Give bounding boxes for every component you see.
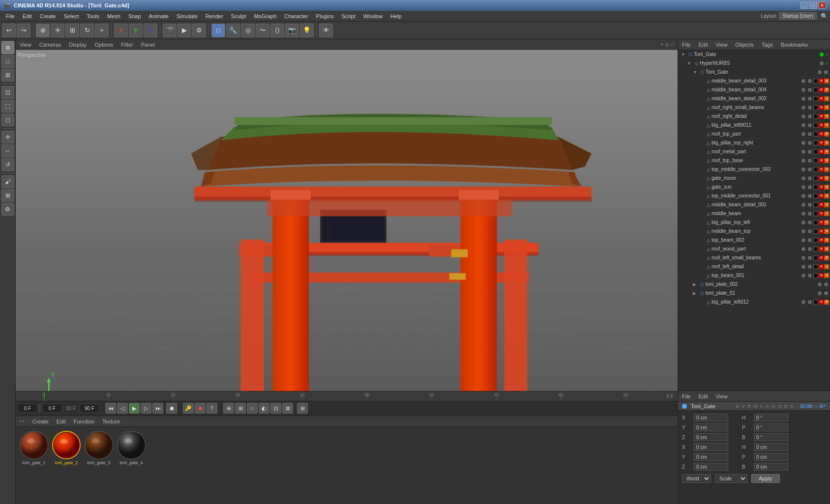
material-sphere-3[interactable] xyxy=(85,431,113,459)
motion-btn-5[interactable]: ⊡ xyxy=(270,403,281,414)
menu-create[interactable]: Create xyxy=(36,12,60,20)
dot[interactable] xyxy=(801,132,805,136)
dot[interactable] xyxy=(801,88,805,92)
select-tool[interactable]: ⊕ xyxy=(36,24,50,37)
cross-icon-2[interactable]: ✕ xyxy=(824,247,829,252)
mat-menu-create[interactable]: Create xyxy=(32,419,49,424)
prev-frame-button[interactable]: ◁ xyxy=(117,403,128,414)
mat-menu-edit[interactable]: Edit xyxy=(57,419,66,424)
cross-icon-2[interactable]: ✕ xyxy=(824,132,829,137)
menu-tools[interactable]: Tools xyxy=(83,12,103,20)
am-y-coord2[interactable] xyxy=(694,453,728,461)
goto-start-button[interactable]: ⏮ xyxy=(105,403,116,414)
om-arrow[interactable]: ▼ xyxy=(687,61,693,66)
om-row-big-pillar-left0011[interactable]: △ big_pillar_left0011 ✕ ✕ xyxy=(678,121,830,130)
dot[interactable] xyxy=(818,291,822,295)
om-row-torii-gate-root[interactable]: ▼ ⬡ Torii_Gate ✓ xyxy=(678,50,830,59)
key-button[interactable]: 🔑 xyxy=(183,403,194,414)
mat-menu-function[interactable]: Function xyxy=(74,419,94,424)
dot2[interactable] xyxy=(808,229,812,233)
render-region[interactable]: 🎬 xyxy=(163,24,177,37)
dot[interactable] xyxy=(801,159,805,163)
viewport-menu-options[interactable]: Options xyxy=(94,42,113,48)
dot[interactable] xyxy=(801,150,805,154)
cross-icon[interactable]: ✕ xyxy=(819,220,824,225)
dot[interactable] xyxy=(801,229,805,233)
dot2[interactable] xyxy=(808,194,812,198)
x-axis[interactable]: X xyxy=(114,24,128,37)
dot2[interactable] xyxy=(808,132,812,136)
play-button[interactable]: ▶ xyxy=(129,403,140,414)
dot[interactable] xyxy=(801,238,805,242)
menu-file[interactable]: File xyxy=(2,12,19,20)
dot[interactable] xyxy=(801,141,805,145)
cross-icon-2[interactable]: ✕ xyxy=(824,149,829,154)
cross-icon[interactable]: ✕ xyxy=(819,238,824,243)
cross-icon[interactable]: ✕ xyxy=(819,176,824,181)
dot[interactable] xyxy=(801,274,805,278)
menu-snap[interactable]: Snap xyxy=(124,12,145,20)
cross-icon-2[interactable]: ✕ xyxy=(824,158,829,163)
vr-tool[interactable]: 👁 xyxy=(319,24,333,37)
material-item-2[interactable]: torii_gate_2 xyxy=(52,431,81,500)
menu-character[interactable]: Character xyxy=(280,12,312,20)
cross-icon[interactable]: ✕ xyxy=(819,167,824,172)
cross-icon-2[interactable]: ✕ xyxy=(824,123,829,128)
am-icons-tools[interactable]: ⊞⊡⊠↕↔⊞× xyxy=(800,403,826,409)
spline-tool[interactable]: 〜 xyxy=(256,24,269,37)
rotate-tool[interactable]: ↻ xyxy=(80,24,94,37)
menu-mesh[interactable]: Mesh xyxy=(103,12,124,20)
am-z-coord2[interactable] xyxy=(694,463,728,471)
search-icon[interactable]: 🔍 xyxy=(821,13,828,20)
dot2[interactable] xyxy=(808,123,812,127)
cross-icon[interactable]: ✕ xyxy=(819,194,824,198)
cross-icon[interactable]: ✕ xyxy=(819,140,824,145)
cross-icon-2[interactable]: ✕ xyxy=(824,105,829,110)
cross-icon-2[interactable]: ✕ xyxy=(824,211,829,216)
camera-tool[interactable]: 📷 xyxy=(285,24,299,37)
motion-btn-3[interactable]: ○ xyxy=(247,403,258,414)
maximize-button[interactable]: □ xyxy=(809,2,817,9)
viewport[interactable]: Perspective xyxy=(16,50,678,391)
frame-input[interactable] xyxy=(18,404,37,413)
cross-icon-2[interactable]: ✕ xyxy=(824,255,829,260)
om-row-torii-plate-002[interactable]: ▶ ⬡ torii_plate_002 xyxy=(678,280,830,289)
cross-icon-2[interactable]: ✕ xyxy=(824,114,829,119)
y-axis[interactable]: Y xyxy=(129,24,143,37)
cross-icon[interactable]: ✕ xyxy=(819,264,824,269)
om-arrow[interactable]: ▶ xyxy=(693,291,699,296)
viewport-menu-cameras[interactable]: Cameras xyxy=(39,42,61,48)
material-sphere-2[interactable] xyxy=(52,431,81,459)
dot2[interactable] xyxy=(808,212,812,216)
dot2[interactable] xyxy=(808,97,812,101)
am-z-size[interactable] xyxy=(754,433,788,441)
cube-tool[interactable]: □ xyxy=(211,24,225,37)
dot[interactable] xyxy=(818,282,822,286)
render-view[interactable]: ▶ xyxy=(178,24,191,37)
cross-icon[interactable]: ✕ xyxy=(819,211,824,216)
om-row-big-pillar-top-right[interactable]: △ big_pillar_top_right ✕ ✕ xyxy=(678,139,830,147)
frame-current[interactable] xyxy=(42,404,62,413)
dot2[interactable] xyxy=(808,203,812,207)
om-row-gate-moon[interactable]: △ gate_moon ✕ ✕ xyxy=(678,174,830,183)
am-x-coord2[interactable] xyxy=(694,443,728,451)
menu-sculpt[interactable]: Sculpt xyxy=(227,12,250,20)
z-axis[interactable]: Z xyxy=(144,24,157,37)
om-row-middle-beam-detail-002[interactable]: △ middle_beam_detail_002 ✕ ✕ xyxy=(678,94,830,103)
dot2[interactable] xyxy=(808,79,812,83)
om-row-roof-left-small-beams[interactable]: △ roof_left_small_beams ✕ ✕ xyxy=(678,253,830,262)
menu-animate[interactable]: Animate xyxy=(145,12,173,20)
dot2[interactable] xyxy=(824,291,828,295)
dot2[interactable] xyxy=(808,265,812,269)
timeline-ruler[interactable]: 0 10 20 30 40 50 60 70 80 xyxy=(16,392,678,401)
am-b-coord2[interactable] xyxy=(754,463,788,471)
dot[interactable] xyxy=(801,300,805,304)
om-row-torii-plate-01[interactable]: ▶ ⬡ torii_plate_01 xyxy=(678,289,830,298)
move-tool-left[interactable]: ✛ xyxy=(1,131,14,143)
dot2[interactable] xyxy=(824,282,828,286)
grid-tool[interactable]: ⊞ xyxy=(1,189,14,202)
am-x-size[interactable] xyxy=(754,414,788,421)
light-tool[interactable]: 💡 xyxy=(300,24,314,37)
om-row-top-middle-connector-001[interactable]: △ top_middle_connector_001 ✕ ✕ xyxy=(678,192,830,200)
nurbs-tool[interactable]: 🔧 xyxy=(226,24,240,37)
